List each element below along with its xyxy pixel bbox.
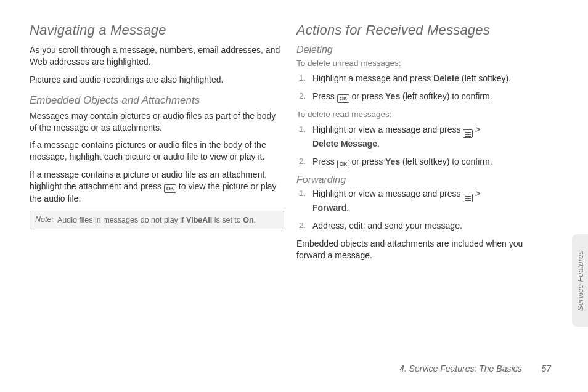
step-item: Highlight a message and press Delete (le…: [312, 73, 551, 84]
heading-forwarding: Forwarding: [296, 174, 551, 186]
menu-key-icon: [463, 129, 473, 138]
text-fragment: >: [473, 125, 480, 134]
text-fragment: or press: [349, 91, 385, 101]
text-fragment: .: [346, 203, 349, 213]
menu-path-label: Forward: [312, 203, 346, 213]
ok-key-icon: OK: [337, 160, 349, 168]
paragraph: Embedded objects and attachments are inc…: [296, 238, 551, 261]
text-fragment: Press: [312, 157, 337, 166]
step-item: Address, edit, and send your message.: [312, 220, 551, 232]
menu-key-icon: [463, 194, 473, 202]
steps-forwarding: Highlight or view a message and press > …: [296, 188, 551, 232]
step-item: Highlight or view a message and press > …: [312, 188, 551, 214]
ok-key-icon: OK: [164, 184, 176, 193]
left-column: Navigating a Message As you scroll throu…: [30, 22, 284, 267]
text-fragment: or press: [349, 157, 385, 166]
text-fragment: >: [473, 189, 480, 198]
text-fragment: (left softkey).: [459, 73, 511, 83]
step-item: Press OK or press Yes (left softkey) to …: [312, 156, 551, 168]
softkey-label: Yes: [385, 157, 400, 166]
text-fragment: is set to: [212, 216, 243, 224]
note-box: Note: Audio files in messages do not pla…: [30, 211, 284, 229]
paragraph: Messages may contain pictures or audio f…: [30, 110, 284, 134]
steps-delete-read: Highlight or view a message and press > …: [296, 124, 551, 168]
section-tab: Service Features: [572, 234, 588, 327]
note-strong: VibeAll: [186, 216, 212, 224]
softkey-label: Delete: [433, 73, 459, 83]
leadin-delete-unread: To delete unread messages:: [296, 58, 551, 69]
ok-key-icon: OK: [337, 94, 349, 103]
page-footer: 4. Service Features: The Basics 57: [399, 364, 551, 374]
step-item: Press OK or press Yes (left softkey) to …: [312, 91, 551, 103]
paragraph: As you scroll through a message, numbers…: [30, 44, 284, 68]
text-fragment: .: [377, 139, 380, 149]
page-content: Navigating a Message As you scroll throu…: [0, 0, 588, 267]
paragraph: If a message contains a picture or audio…: [30, 169, 284, 205]
footer-chapter: 4. Service Features: The Basics: [399, 364, 521, 374]
text-fragment: .: [254, 216, 256, 224]
text-fragment: (left softkey) to confirm.: [400, 91, 492, 101]
leadin-delete-read: To delete read messages:: [296, 109, 551, 120]
text-fragment: Highlight or view a message and press: [312, 125, 463, 134]
text-fragment: Highlight or view a message and press: [312, 189, 463, 198]
paragraph: Pictures and audio recordings are also h…: [30, 74, 284, 86]
note-body: Audio files in messages do not play if V…: [57, 215, 256, 225]
note-label: Note:: [35, 215, 54, 225]
menu-path-label: Delete Message: [312, 139, 377, 149]
footer-page-number: 57: [541, 364, 551, 374]
heading-navigating: Navigating a Message: [30, 22, 284, 38]
steps-delete-unread: Highlight a message and press Delete (le…: [296, 73, 551, 103]
softkey-label: Yes: [385, 91, 400, 101]
section-tab-label: Service Features: [576, 250, 585, 311]
paragraph: If a message contains pictures or audio …: [30, 139, 284, 163]
heading-embedded-objects: Embedded Objects and Attachments: [30, 94, 284, 107]
right-column: Actions for Received Messages Deleting T…: [296, 22, 551, 267]
note-strong: On: [243, 216, 253, 224]
step-item: Highlight or view a message and press > …: [312, 124, 551, 150]
heading-actions: Actions for Received Messages: [296, 22, 551, 38]
text-fragment: Audio files in messages do not play if: [57, 216, 186, 224]
text-fragment: (left softkey) to confirm.: [400, 157, 492, 166]
text-fragment: Highlight a message and press: [312, 73, 433, 83]
text-fragment: Press: [312, 91, 337, 101]
heading-deleting: Deleting: [296, 44, 551, 55]
